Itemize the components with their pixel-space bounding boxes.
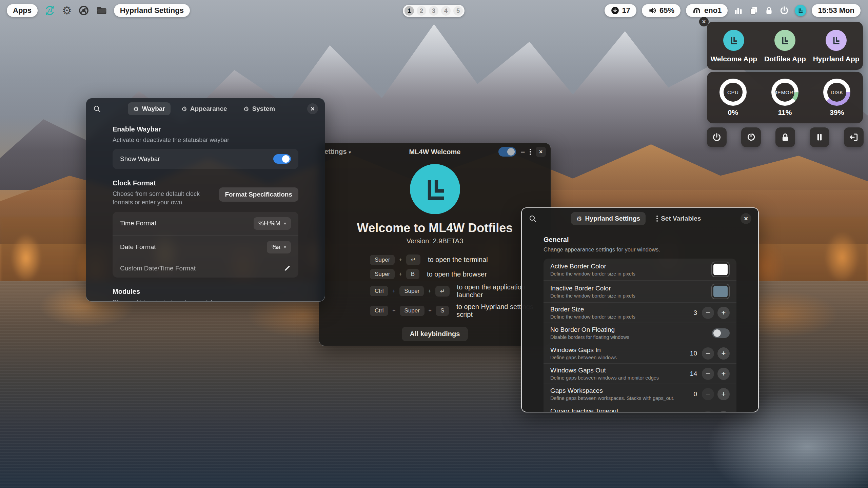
decrease-button[interactable]: −: [702, 388, 714, 400]
increase-button[interactable]: +: [717, 411, 730, 412]
no-border-on-floating-toggle[interactable]: [712, 328, 730, 338]
vars-window-close-icon[interactable]: ×: [741, 213, 751, 224]
enable-waybar-title: Enable Waybar: [113, 125, 298, 133]
gear-icon: ⚙: [243, 106, 249, 112]
enable-waybar-description: Activate or deactivate the statusbar way…: [113, 136, 298, 144]
gear-icon: ⚙: [133, 106, 139, 112]
waybar-window-header: ⚙Waybar ⚙Appearance ⚙System ×: [86, 98, 325, 119]
shutdown-button[interactable]: [707, 127, 727, 147]
modules-title: Modules: [113, 288, 298, 296]
power-icon[interactable]: [779, 5, 789, 16]
logout-button[interactable]: [844, 127, 864, 147]
lock-icon[interactable]: [764, 6, 774, 15]
time-format-dropdown[interactable]: %H:%M▾: [254, 217, 291, 230]
setting-row-border-size: Border SizeDefine the window border size…: [544, 302, 736, 323]
decrease-button[interactable]: −: [702, 368, 714, 380]
folder-icon[interactable]: [96, 4, 108, 17]
welcome-app-icon: [723, 30, 744, 51]
apps-button[interactable]: Apps: [7, 4, 38, 17]
clock-format-card: Time Format %H:%M▾ Date Format %a▾ Custo…: [113, 212, 298, 278]
lock-button[interactable]: [775, 127, 795, 147]
updates-icon: [611, 6, 619, 15]
chevron-down-icon: ▾: [284, 221, 286, 226]
reboot-button[interactable]: [741, 127, 761, 147]
clock-format-description: Choose from some default clock formats o…: [113, 190, 219, 206]
setting-row-no-border-floating: No Border On FloatingDisable borders for…: [544, 323, 736, 343]
ml4w-logo: [410, 164, 460, 214]
gear-icon: ⚙: [181, 106, 187, 112]
welcome-header-toggle[interactable]: [498, 147, 516, 157]
search-icon[interactable]: [529, 215, 537, 223]
decrease-button[interactable]: −: [702, 411, 714, 412]
enable-waybar-card: Show Waybar: [113, 149, 298, 169]
search-icon[interactable]: [93, 105, 101, 113]
setting-row-inactive-border-color: Inactive Border ColorDefine the window b…: [544, 280, 736, 302]
edit-pencil-icon[interactable]: [283, 265, 291, 272]
quick-panel-apps: Welcome App Dotfiles App Hyprland App: [707, 22, 863, 70]
waybar-left-modules: Apps AI ⚙ Hyprland Settings: [7, 4, 190, 17]
hyprland-app-launcher[interactable]: Hyprland App: [813, 30, 860, 63]
browser-icon[interactable]: [78, 5, 90, 16]
kebab-icon: [656, 216, 658, 222]
workspace-1[interactable]: 1: [405, 6, 414, 16]
welcome-app-launcher[interactable]: Welcome App: [710, 30, 757, 63]
suspend-button[interactable]: [810, 127, 829, 147]
tab-hyprland-settings[interactable]: ⚙Hyprland Settings: [571, 212, 646, 225]
tab-set-variables[interactable]: Set Variables: [651, 212, 706, 225]
welcome-titlebar: ettings ▾ ML4W Welcome – ×: [319, 143, 551, 161]
modules-description: Show or hide selected waybar modules.: [113, 298, 298, 302]
tab-appearance[interactable]: ⚙Appearance: [176, 102, 233, 115]
chevron-down-icon: ▾: [284, 244, 286, 250]
window-title-pill[interactable]: Hyprland Settings: [114, 4, 190, 17]
workspace-2[interactable]: 2: [417, 6, 426, 16]
setting-row-gaps-in: Windows Gaps InDefine gaps between windo…: [544, 343, 736, 363]
decrease-button[interactable]: −: [702, 347, 714, 360]
increase-button[interactable]: +: [717, 388, 730, 400]
ml4w-menu-icon[interactable]: [795, 5, 806, 16]
welcome-close-icon[interactable]: ×: [536, 147, 546, 157]
workspace-5[interactable]: 5: [453, 6, 463, 16]
svg-text:AI: AI: [48, 8, 52, 13]
all-keybindings-button[interactable]: All keybindings: [402, 327, 468, 341]
increase-button[interactable]: +: [717, 347, 730, 360]
increase-button[interactable]: +: [717, 368, 730, 380]
dotfiles-app-icon: [774, 30, 795, 51]
decrease-button[interactable]: −: [702, 307, 714, 319]
clock-pill[interactable]: 15:53 Mon: [812, 4, 861, 17]
desktop: Apps AI ⚙ Hyprland Settings 1 2 3 4 5 17: [0, 0, 868, 488]
setting-row-gaps-out: Windows Gaps OutDefine gaps between wind…: [544, 363, 736, 384]
ai-updater-icon[interactable]: AI: [44, 4, 56, 17]
volume-pill[interactable]: 65%: [642, 4, 680, 17]
workspace-4[interactable]: 4: [441, 6, 451, 16]
updates-pill[interactable]: 17: [605, 4, 636, 17]
minimize-icon[interactable]: –: [521, 149, 525, 154]
inactive-border-color-swatch[interactable]: [711, 284, 730, 299]
network-icon: [692, 6, 702, 15]
speaker-icon: [648, 6, 657, 15]
cpu-gauge: CPU 0%: [719, 79, 747, 117]
tab-waybar[interactable]: ⚙Waybar: [128, 102, 171, 115]
return-key-icon: ↵: [435, 286, 450, 297]
format-specifications-button[interactable]: Format Specifications: [219, 187, 299, 202]
general-settings-card: Active Border ColorDefine the window bor…: [544, 259, 736, 412]
disk-gauge: DISK 39%: [823, 79, 850, 117]
tab-system[interactable]: ⚙System: [238, 102, 281, 115]
network-pill[interactable]: eno1: [686, 4, 728, 17]
workspace-3[interactable]: 3: [429, 6, 438, 16]
show-waybar-toggle[interactable]: [273, 154, 291, 164]
gear-icon[interactable]: ⚙: [62, 5, 72, 16]
date-format-dropdown[interactable]: %a▾: [267, 241, 291, 253]
set-variables-window: ⚙Hyprland Settings Set Variables × Gener…: [521, 207, 759, 412]
clipboard-icon[interactable]: [749, 5, 759, 16]
menu-kebab-icon[interactable]: [530, 149, 531, 155]
quick-panel-gauges: CPU 0% MEMORY 11% DISK 39%: [707, 72, 863, 123]
increase-button[interactable]: +: [717, 307, 730, 319]
dotfiles-app-launcher[interactable]: Dotfiles App: [764, 30, 806, 63]
gear-icon: ⚙: [576, 216, 582, 222]
ml4w-welcome-window: ettings ▾ ML4W Welcome – × Welcome to ML…: [319, 143, 551, 346]
setting-row-active-border-color: Active Border ColorDefine the window bor…: [544, 259, 736, 280]
stats-icon[interactable]: [733, 5, 743, 16]
waybar-right-modules: 17 65% eno1: [605, 4, 861, 17]
waybar-window-close-icon[interactable]: ×: [307, 103, 318, 114]
active-border-color-swatch[interactable]: [711, 262, 730, 277]
